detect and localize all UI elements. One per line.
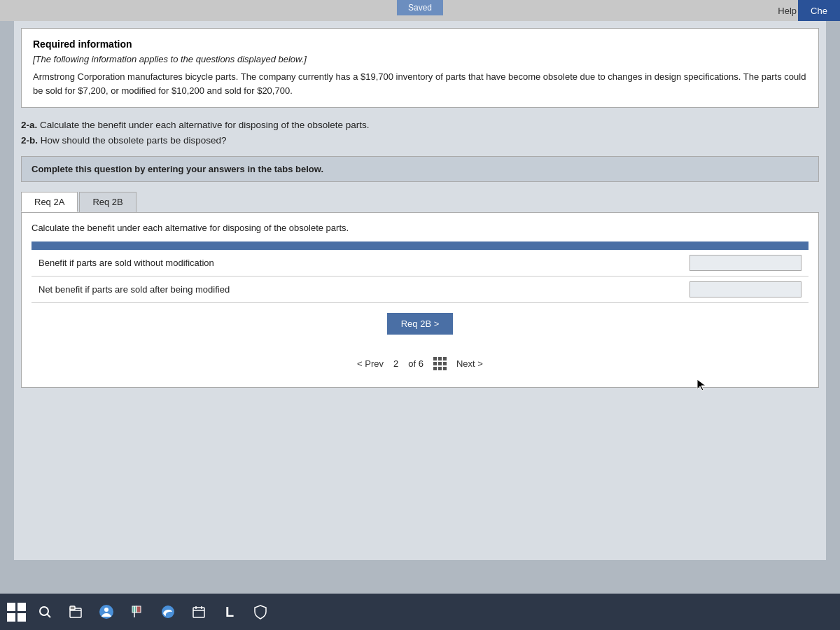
q2b-label: 2-b. (21, 135, 38, 146)
q2a-label: 2-a. (21, 120, 37, 130)
tab-content-header: Calculate the benefit under each alterna… (31, 223, 808, 233)
check-button[interactable]: Che (798, 0, 840, 21)
table-row: Net benefit if parts are sold after bein… (31, 276, 808, 303)
required-info-body: Armstrong Corporation manufactures bicyc… (33, 70, 807, 97)
tabs-container: Req 2A Req 2B (21, 192, 819, 212)
req2b-wrapper: Req 2B > (31, 313, 808, 343)
required-info-italic: [The following information applies to th… (33, 54, 807, 64)
tab-req2b[interactable]: Req 2B (79, 192, 136, 212)
shield-icon[interactable] (248, 599, 273, 624)
saved-indicator: Saved (397, 0, 443, 15)
q2a-text: Calculate the benefit under each alterna… (37, 120, 369, 130)
svg-point-5 (104, 608, 108, 612)
table-header-blank (31, 241, 682, 250)
row2-label: Net benefit if parts are sold after bein… (31, 276, 682, 303)
search-icon[interactable] (32, 599, 57, 624)
svg-rect-3 (70, 606, 75, 610)
avatar-icon[interactable] (94, 599, 119, 624)
complete-instruction: Complete this question by entering your … (21, 156, 819, 182)
svg-rect-7 (136, 606, 141, 612)
main-content: Required information [The following info… (14, 21, 826, 560)
taskbar: L (0, 594, 840, 630)
windows-icon[interactable] (7, 602, 27, 622)
required-info-box: Required information [The following info… (21, 28, 819, 108)
benefit-table: Benefit if parts are sold without modifi… (31, 241, 808, 303)
required-info-title: Required information (33, 38, 807, 50)
row1-label: Benefit if parts are sold without modifi… (31, 250, 682, 276)
row2-input[interactable] (690, 281, 802, 298)
row2-input-cell (682, 276, 808, 303)
grid-icon (433, 357, 447, 370)
calendar-icon[interactable] (186, 599, 211, 624)
row1-input[interactable] (690, 255, 802, 271)
table-header-amount (682, 241, 808, 250)
edge-icon[interactable] (155, 599, 181, 624)
flag-icon[interactable] (125, 599, 150, 624)
row1-input-cell (682, 250, 808, 276)
page-current: 2 (393, 358, 398, 369)
file-explorer-icon[interactable] (63, 599, 88, 624)
svg-line-1 (47, 614, 50, 617)
question-text: 2-a. Calculate the benefit under each al… (21, 118, 819, 148)
svg-rect-10 (193, 608, 204, 617)
table-row: Benefit if parts are sold without modifi… (31, 250, 808, 276)
tab-req2a[interactable]: Req 2A (21, 192, 78, 212)
text-icon[interactable]: L (217, 599, 242, 624)
prev-button[interactable]: < Prev (357, 358, 384, 369)
page-of: of 6 (408, 358, 424, 369)
help-button[interactable]: Help (778, 6, 797, 16)
top-bar: Saved Help Save & Che (0, 0, 840, 21)
nav-bar: < Prev 2 of 6 Next > (31, 350, 808, 377)
tab-content-req2a: Calculate the benefit under each alterna… (21, 212, 819, 388)
q2b-text: How should the obsolete parts be dispose… (38, 135, 226, 146)
next-button[interactable]: Next > (456, 358, 483, 369)
req2b-button[interactable]: Req 2B > (387, 313, 454, 335)
